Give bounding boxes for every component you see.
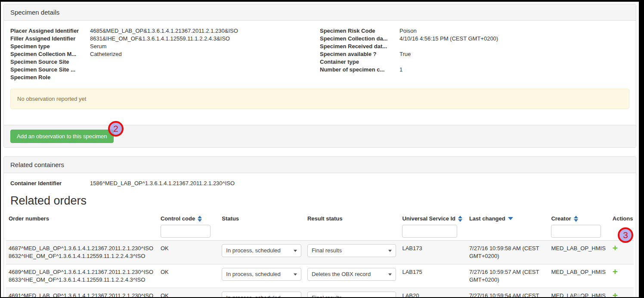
field-row: Specimen Collection da... 4/10/16 4:56:1… [320,35,629,43]
placer-order-number: 4691^MED_LAB_OP^1.3.6.1.4.1.21367.2011.2… [9,292,155,297]
universal-service-id-filter-input[interactable] [402,225,457,238]
universal-service-id-cell: LAB173 [399,241,466,264]
field-label: Container type [320,58,399,66]
field-label: Specimen Risk Code [320,27,399,35]
container-identifier-value: 1586^MED_LAB_OP^1.3.6.1.4.1.21367.2011.2… [90,180,629,187]
column-label: Control code [161,215,195,222]
field-row: Specimen Source Site [10,58,320,66]
column-label: Status [222,215,239,222]
field-row: Specimen Source Site ... [10,66,320,74]
result-status-select-value: Final results [312,247,342,255]
filler-order-number: 8633^IHE_OM_OF^1.3.6.1.4.1.12559.11.1.2.… [9,276,155,284]
result-status-select[interactable]: Final results [307,292,396,297]
related-containers-body: Container Identifier 1586^MED_LAB_OP^1.3… [4,173,636,297]
related-containers-panel-title: Related containers [4,157,636,173]
sort-both-icon [574,216,578,222]
field-label: Specimen available ? [320,50,399,58]
specimen-fields: Placer Assigned Identifier 4685&MED_LAB_… [10,27,629,81]
control-code-filter-input[interactable] [161,225,211,238]
sort-universal-service-id[interactable]: Universal Service Id [402,215,462,222]
field-value [399,43,629,50]
control-code-cell: OK [158,264,219,288]
filler-order-number: 8632^IHE_OM_OF^1.3.6.1.4.1.12559.11.1.2.… [9,252,155,260]
universal-service-id-cell: LAB175 [399,264,466,288]
control-code-cell: OK [158,288,219,298]
order-row: 4687^MED_LAB_OP^1.3.6.1.4.1.21367.2011.2… [6,241,634,264]
container-identifier-row: Container Identifier 1586^MED_LAB_OP^1.3… [10,180,629,187]
field-label: Specimen Source Site [10,58,90,66]
order-numbers-cell: 4691^MED_LAB_OP^1.3.6.1.4.1.21367.2011.2… [6,288,158,298]
field-row: Placer Assigned Identifier 4685&MED_LAB_… [10,27,320,35]
field-label: Number of specimen c... [320,66,399,74]
container-identifier-label: Container Identifier [10,180,90,187]
caret-down-icon [388,273,392,276]
page: Specimen details Placer Assigned Identif… [1,2,639,297]
field-row: Specimen Risk Code Poison [320,27,629,35]
result-status-select[interactable]: Final results [307,244,396,257]
annotation-step-2: 2 [108,121,124,137]
last-changed-cell: 7/27/16 10:59:57 AM (CEST GMT+0200) [467,264,549,288]
creator-filter-input[interactable] [551,225,601,238]
annotation-step-3: 3 [618,227,633,243]
column-header-order-numbers: Order numbers [6,211,158,241]
field-value: 1 [399,66,629,74]
column-header-last-changed: Last changed [467,211,549,241]
status-select[interactable]: In process, scheduled [222,292,301,297]
field-value [90,66,320,74]
table-header-row: Order numbers Control code [6,211,634,241]
order-numbers-cell: 4687^MED_LAB_OP^1.3.6.1.4.1.21367.2011.2… [6,241,158,264]
placer-order-number: 4687^MED_LAB_OP^1.3.6.1.4.1.21367.2011.2… [9,245,155,252]
field-label: Specimen Source Site ... [10,66,90,74]
field-value: True [399,50,629,58]
field-value: 4685&MED_LAB_OP&1.3.6.1.4.1.21367.2011.2… [90,27,320,35]
field-value: 4/10/16 4:56:15 PM (CEST GMT+0200) [399,35,629,43]
related-orders-table: Order numbers Control code [6,211,634,297]
field-value: Serum [90,43,320,50]
add-order-observation-icon[interactable]: + [613,292,618,297]
result-status-select-value: Final results [312,294,342,297]
add-observation-button[interactable]: Add an observation to this specimen [10,130,114,143]
tooltip-arrow [574,293,583,297]
column-label: Last changed [469,215,505,222]
status-select-value: In process, scheduled [226,294,280,297]
column-label: Order numbers [9,215,49,222]
field-value: Poison [399,27,629,35]
caret-down-icon [294,250,297,252]
specimen-fields-right: Specimen Risk Code Poison Specimen Colle… [320,27,629,81]
sort-control-code[interactable]: Control code [161,215,202,222]
status-select[interactable]: In process, scheduled [222,244,301,257]
column-label: Actions [613,215,633,222]
status-select[interactable]: In process, scheduled [222,268,301,281]
add-order-observation-icon[interactable]: + [613,268,618,275]
sort-last-changed[interactable]: Last changed [469,215,513,222]
field-value [399,58,629,66]
field-label: Specimen type [10,43,90,50]
caret-down-icon [294,297,297,298]
specimen-details-body: Placer Assigned Identifier 4685&MED_LAB_… [4,21,636,125]
placer-order-number: 4689^MED_LAB_OP^1.3.6.1.4.1.21367.2011.2… [9,268,155,276]
column-header-status: Status [219,211,305,241]
add-order-observation-icon[interactable]: + [613,245,618,251]
field-row: Container type [320,58,629,66]
field-row: Specimen Role [10,74,320,81]
universal-service-id-cell: LAB20 [399,288,466,298]
column-label: Universal Service Id [402,215,455,222]
specimen-details-footer: Add an observation to this specimen [4,125,636,147]
field-label: Filler Assigned Identifier [10,35,90,43]
related-containers-panel: Related containers Container Identifier … [3,156,636,297]
field-value: Catheterized [90,50,320,58]
last-changed-cell: 7/27/16 10:59:54 AM (CEST GMT+0200) [467,288,549,298]
field-label: Specimen Role [10,74,90,81]
field-row: Specimen type Serum [10,43,320,50]
caret-down-icon [294,273,297,276]
field-value [90,74,320,81]
field-label: Specimen Collection da... [320,35,399,43]
field-label: Placer Assigned Identifier [10,27,90,35]
field-row: Specimen available ? True [320,50,629,58]
control-code-cell: OK [158,241,219,264]
specimen-details-panel: Specimen details Placer Assigned Identif… [3,4,636,148]
column-header-creator: Creator [548,211,610,241]
status-select-value: In process, scheduled [226,247,280,255]
result-status-select[interactable]: Deletes the OBX record [307,268,396,281]
sort-creator[interactable]: Creator [551,215,578,222]
